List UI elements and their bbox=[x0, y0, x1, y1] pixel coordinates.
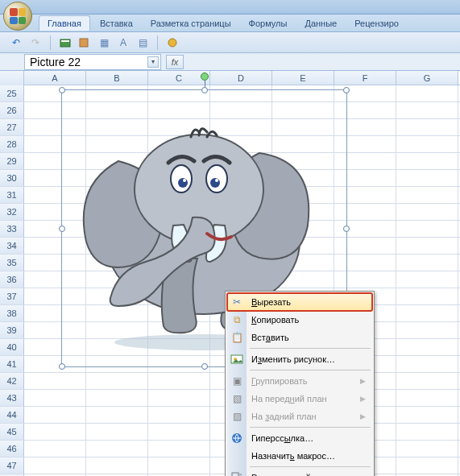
ctx-hyperlink[interactable]: Гиперссылка… bbox=[227, 429, 372, 447]
cell[interactable] bbox=[24, 390, 86, 406]
tab-review[interactable]: Рецензиро bbox=[346, 16, 407, 31]
row-header[interactable]: 39 bbox=[0, 322, 24, 338]
col-header[interactable]: G bbox=[396, 71, 458, 85]
resize-handle-ne[interactable] bbox=[343, 87, 350, 93]
cell[interactable] bbox=[86, 373, 148, 389]
redo-icon[interactable]: ↷ bbox=[29, 36, 42, 49]
select-all-corner[interactable] bbox=[0, 71, 24, 85]
cell[interactable] bbox=[24, 424, 86, 440]
cell[interactable] bbox=[396, 373, 458, 389]
col-header[interactable]: A bbox=[24, 71, 86, 85]
tab-page-layout[interactable]: Разметка страницы bbox=[143, 16, 239, 31]
cell[interactable] bbox=[396, 221, 458, 237]
cell[interactable] bbox=[396, 204, 458, 220]
cell[interactable] bbox=[396, 153, 458, 169]
col-header[interactable]: F bbox=[334, 71, 396, 85]
row-header[interactable]: 29 bbox=[0, 153, 24, 169]
cell[interactable] bbox=[396, 305, 458, 321]
resize-handle-nw[interactable] bbox=[59, 87, 65, 93]
cell[interactable] bbox=[396, 407, 458, 423]
ctx-change-picture[interactable]: Изменить рисунок… bbox=[227, 350, 372, 368]
tab-home[interactable]: Главная bbox=[39, 15, 90, 31]
col-header[interactable]: D bbox=[210, 71, 272, 85]
cell[interactable] bbox=[396, 119, 458, 135]
ctx-copy[interactable]: ⧉ Копировать bbox=[227, 311, 372, 329]
col-header[interactable]: E bbox=[272, 71, 334, 85]
cell[interactable] bbox=[396, 288, 458, 304]
cell[interactable] bbox=[148, 390, 210, 406]
cell[interactable] bbox=[396, 255, 458, 271]
row-header[interactable]: 44 bbox=[0, 407, 24, 423]
cell[interactable] bbox=[396, 390, 458, 406]
row-header[interactable]: 33 bbox=[0, 221, 24, 237]
qa-btn-5[interactable]: ▤ bbox=[136, 36, 149, 49]
qa-btn-3[interactable]: ▦ bbox=[97, 36, 110, 49]
row-header[interactable]: 43 bbox=[0, 390, 24, 406]
cell[interactable] bbox=[24, 457, 86, 474]
cell[interactable] bbox=[396, 424, 458, 440]
cell[interactable] bbox=[86, 390, 148, 406]
row-header[interactable]: 26 bbox=[0, 102, 24, 118]
cell[interactable] bbox=[396, 170, 458, 186]
cell[interactable] bbox=[396, 339, 458, 355]
row-header[interactable]: 30 bbox=[0, 170, 24, 186]
office-button[interactable] bbox=[3, 2, 32, 31]
tab-data[interactable]: Данные bbox=[296, 16, 345, 31]
row-header[interactable]: 31 bbox=[0, 187, 24, 203]
fx-button[interactable]: fx bbox=[166, 55, 184, 69]
cell[interactable] bbox=[396, 187, 458, 203]
qa-btn-4[interactable]: A bbox=[117, 36, 130, 49]
cell[interactable] bbox=[86, 441, 148, 457]
cell[interactable] bbox=[148, 457, 210, 474]
cell[interactable] bbox=[396, 238, 458, 254]
resize-handle-w[interactable] bbox=[59, 226, 65, 232]
row-header[interactable]: 32 bbox=[0, 204, 24, 220]
cell[interactable] bbox=[396, 441, 458, 457]
row-header[interactable]: 46 bbox=[0, 441, 24, 457]
worksheet-grid[interactable]: A B C D E F G 25262728293031323334353637… bbox=[0, 71, 460, 476]
tab-formulas[interactable]: Формулы bbox=[241, 16, 296, 31]
rotate-handle[interactable] bbox=[201, 72, 209, 81]
cell[interactable] bbox=[86, 424, 148, 440]
cell[interactable] bbox=[396, 271, 458, 288]
cell[interactable] bbox=[148, 424, 210, 440]
cell[interactable] bbox=[148, 407, 210, 423]
cell[interactable] bbox=[86, 457, 148, 474]
cell[interactable] bbox=[396, 136, 458, 152]
undo-icon[interactable]: ↶ bbox=[10, 36, 23, 49]
qa-btn-1[interactable] bbox=[59, 36, 72, 49]
row-header[interactable]: 25 bbox=[0, 85, 24, 101]
cell[interactable] bbox=[396, 322, 458, 338]
resize-handle-e[interactable] bbox=[343, 226, 350, 232]
row-header[interactable]: 47 bbox=[0, 457, 24, 474]
cell[interactable] bbox=[86, 407, 148, 423]
ctx-size-props[interactable]: Размер и свойства… bbox=[227, 469, 372, 476]
row-header[interactable]: 40 bbox=[0, 339, 24, 355]
cell[interactable] bbox=[396, 102, 458, 118]
qa-btn-6[interactable] bbox=[166, 36, 179, 49]
row-header[interactable]: 34 bbox=[0, 238, 24, 254]
tab-insert[interactable]: Вставка bbox=[92, 16, 141, 31]
qa-btn-2[interactable] bbox=[78, 36, 91, 49]
cell[interactable] bbox=[396, 356, 458, 372]
row-header[interactable]: 35 bbox=[0, 255, 24, 271]
name-box[interactable]: Picture 22 ▾ bbox=[24, 54, 161, 70]
cell[interactable] bbox=[148, 441, 210, 457]
ctx-assign-macro[interactable]: Назначить макрос… bbox=[227, 447, 372, 465]
col-header[interactable]: B bbox=[86, 71, 148, 85]
row-header[interactable]: 36 bbox=[0, 271, 24, 288]
cell[interactable] bbox=[24, 441, 86, 457]
cell[interactable] bbox=[24, 407, 86, 423]
cell[interactable] bbox=[396, 85, 458, 101]
row-header[interactable]: 27 bbox=[0, 119, 24, 135]
ctx-cut[interactable]: ✂ Вырезать bbox=[227, 293, 372, 311]
name-box-dropdown[interactable]: ▾ bbox=[147, 56, 159, 68]
cell[interactable] bbox=[24, 373, 86, 389]
ctx-paste[interactable]: 📋 Вставить bbox=[227, 329, 372, 346]
resize-handle-sw[interactable] bbox=[59, 363, 65, 370]
row-header[interactable]: 41 bbox=[0, 356, 24, 372]
row-header[interactable]: 42 bbox=[0, 373, 24, 389]
row-header[interactable]: 45 bbox=[0, 424, 24, 440]
resize-handle-n[interactable] bbox=[201, 87, 208, 93]
cell[interactable] bbox=[396, 457, 458, 474]
